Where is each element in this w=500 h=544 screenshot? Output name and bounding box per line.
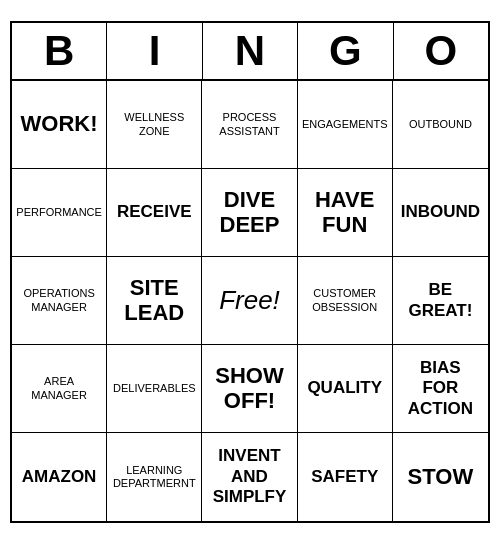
bingo-cell: LEARNINGDEPARTMERNT (107, 433, 202, 521)
bingo-cell: DELIVERABLES (107, 345, 202, 433)
bingo-cell: ENGAGEMENTS (298, 81, 393, 169)
cell-label: INVENTANDSIMPLFY (213, 446, 287, 507)
cell-label: PROCESSASSISTANT (219, 111, 279, 137)
bingo-cell: SAFETY (298, 433, 393, 521)
header-letter: G (298, 23, 393, 79)
bingo-cell: PERFORMANCE (12, 169, 107, 257)
bingo-header: BINGO (12, 23, 488, 81)
cell-label: WELLNESSZONE (124, 111, 184, 137)
bingo-cell: HAVEFUN (298, 169, 393, 257)
bingo-cell: WELLNESSZONE (107, 81, 202, 169)
cell-label: Free! (219, 285, 280, 316)
cell-label: DELIVERABLES (113, 382, 196, 395)
cell-label: AREAMANAGER (31, 375, 87, 401)
bingo-cell: DIVEDEEP (202, 169, 297, 257)
cell-label: CUSTOMEROBSESSION (312, 287, 377, 313)
header-letter: I (107, 23, 202, 79)
header-letter: B (12, 23, 107, 79)
bingo-cell: INBOUND (393, 169, 488, 257)
cell-label: RECEIVE (117, 202, 192, 222)
cell-label: STOW (408, 465, 474, 489)
bingo-grid: WORK!WELLNESSZONEPROCESSASSISTANTENGAGEM… (12, 81, 488, 521)
cell-label: ENGAGEMENTS (302, 118, 388, 131)
cell-label: AMAZON (22, 467, 97, 487)
bingo-cell: SHOWOFF! (202, 345, 297, 433)
cell-label: DIVEDEEP (220, 188, 280, 236)
cell-label: HAVEFUN (315, 188, 375, 236)
cell-label: INBOUND (401, 202, 480, 222)
bingo-cell: SITELEAD (107, 257, 202, 345)
bingo-cell: QUALITY (298, 345, 393, 433)
bingo-card: BINGO WORK!WELLNESSZONEPROCESSASSISTANTE… (10, 21, 490, 523)
cell-label: PERFORMANCE (16, 206, 102, 219)
bingo-cell: CUSTOMEROBSESSION (298, 257, 393, 345)
cell-label: OPERATIONSMANAGER (23, 287, 94, 313)
cell-label: SAFETY (311, 467, 378, 487)
cell-label: WORK! (21, 112, 98, 136)
bingo-cell: BEGREAT! (393, 257, 488, 345)
bingo-cell: BIASFORACTION (393, 345, 488, 433)
bingo-cell: Free! (202, 257, 297, 345)
bingo-cell: AMAZON (12, 433, 107, 521)
cell-label: OUTBOUND (409, 118, 472, 131)
bingo-cell: PROCESSASSISTANT (202, 81, 297, 169)
cell-label: BEGREAT! (408, 280, 472, 321)
bingo-cell: INVENTANDSIMPLFY (202, 433, 297, 521)
header-letter: O (394, 23, 488, 79)
cell-label: SHOWOFF! (215, 364, 283, 412)
bingo-cell: OUTBOUND (393, 81, 488, 169)
bingo-cell: OPERATIONSMANAGER (12, 257, 107, 345)
cell-label: LEARNINGDEPARTMERNT (113, 464, 196, 490)
bingo-cell: AREAMANAGER (12, 345, 107, 433)
cell-label: BIASFORACTION (408, 358, 473, 419)
header-letter: N (203, 23, 298, 79)
cell-label: SITELEAD (124, 276, 184, 324)
bingo-cell: STOW (393, 433, 488, 521)
bingo-cell: WORK! (12, 81, 107, 169)
cell-label: QUALITY (307, 378, 382, 398)
bingo-cell: RECEIVE (107, 169, 202, 257)
